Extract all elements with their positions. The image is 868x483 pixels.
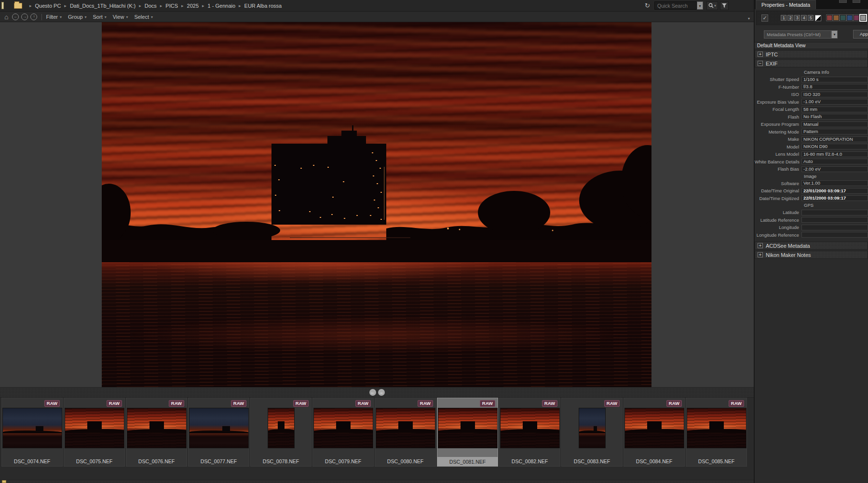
filmstrip-item[interactable]: RAWDSC_0077.NEF <box>188 398 249 467</box>
menu-filter[interactable]: Filter▾ <box>46 14 61 20</box>
breadcrumb-item[interactable]: 2025 <box>187 3 199 9</box>
exif-field-value[interactable]: Ver.1.00 <box>801 180 868 186</box>
breadcrumb-item[interactable]: Questo PC <box>35 3 61 9</box>
expand-icon[interactable]: + <box>758 252 763 257</box>
search-input[interactable] <box>654 1 697 10</box>
forward-icon[interactable]: → <box>21 13 28 20</box>
filmstrip-item[interactable]: RAWDSC_0075.NEF <box>64 398 125 467</box>
filmstrip-item[interactable]: RAWDSC_0074.NEF <box>1 398 63 467</box>
raw-badge: RAW <box>107 400 122 407</box>
exif-row: Latitude <box>755 209 868 216</box>
exif-field-value[interactable]: NIKON D90 <box>801 144 868 149</box>
exif-field-value[interactable]: 22/01/2000 03:09:17 <box>801 188 868 194</box>
pane-collapse-icon[interactable]: ▾ <box>748 16 750 21</box>
exif-field-value[interactable] <box>801 210 868 215</box>
tab-properties-metadata[interactable]: Properties - Metadata <box>756 0 816 9</box>
filmstrip-item[interactable]: RAWDSC_0080.NEF <box>375 398 436 467</box>
filmstrip-item[interactable]: RAWDSC_0081.NEF <box>437 398 498 467</box>
exif-field-label: Longitude <box>755 225 801 230</box>
back-icon[interactable]: ← <box>12 13 19 20</box>
breadcrumb-item[interactable]: Docs <box>145 3 157 9</box>
menu-group[interactable]: Group▾ <box>68 14 87 20</box>
exif-field-value[interactable] <box>801 225 868 230</box>
metadata-presets-select[interactable]: Metadata Presets (Ctrl+M) <box>764 30 831 39</box>
expand-icon[interactable]: + <box>758 52 763 57</box>
image-viewer: ▾ <box>0 22 754 387</box>
filmstrip-item[interactable]: RAWDSC_0079.NEF <box>312 398 374 467</box>
exif-field-label: Metering Mode <box>755 129 801 134</box>
color-label-swatch[interactable] <box>833 15 839 21</box>
next-image-button[interactable]: → <box>378 389 385 396</box>
filmstrip-item[interactable]: RAWDSC_0084.NEF <box>624 398 685 467</box>
menu-select[interactable]: Select▾ <box>134 14 153 20</box>
section-iptc-label: IPTC <box>766 52 778 57</box>
exif-field-value[interactable]: 1/100 s <box>801 77 868 82</box>
breadcrumb-item[interactable]: PICS <box>165 3 178 9</box>
breadcrumb-item[interactable]: Dati_Docs_1Tb_Hitachi (K:) <box>70 3 136 9</box>
filmstrip-item[interactable]: RAWDSC_0076.NEF <box>126 398 187 467</box>
home-icon[interactable]: ⌂ <box>4 13 8 20</box>
exif-field-value[interactable]: 22/01/2000 03:09:17 <box>801 195 868 201</box>
filmstrip-item[interactable]: RAWDSC_0085.NEF <box>686 398 747 467</box>
filter-button[interactable] <box>720 1 729 10</box>
exif-field-value[interactable]: Pattern <box>801 129 868 134</box>
exif-field-value[interactable]: NIKON CORPORATION <box>801 136 868 142</box>
section-exif[interactable]: − EXIF <box>755 59 868 67</box>
rating-button-5[interactable]: 5 <box>808 15 814 21</box>
exif-group-header: Image <box>755 173 868 180</box>
exif-field-value[interactable]: Manual <box>801 121 868 127</box>
window-control-icon[interactable] <box>853 0 860 3</box>
section-iptc[interactable]: + IPTC <box>755 50 868 58</box>
exif-field-label: Model <box>755 144 801 149</box>
metadata-checkbox[interactable]: ✓ <box>761 14 768 22</box>
main-photo[interactable] <box>102 22 651 387</box>
up-icon[interactable]: ↑ <box>30 13 37 20</box>
thumbnail-image <box>687 408 746 448</box>
filmstrip-item[interactable]: RAWDSC_0082.NEF <box>499 398 560 467</box>
menu-view[interactable]: View▾ <box>113 14 128 20</box>
exif-field-value[interactable]: -2.00 eV <box>801 166 868 172</box>
expand-icon[interactable]: + <box>758 243 763 248</box>
color-label-swatch[interactable] <box>840 15 846 21</box>
exif-field-value[interactable]: -1.00 eV <box>801 99 868 105</box>
exif-field-value[interactable]: Auto <box>801 159 868 164</box>
exif-row: FlashNo Flash <box>755 113 868 121</box>
exif-field-value[interactable]: 16-80 mm f/2.8-4.0 <box>801 151 868 157</box>
search-history-dropdown-button[interactable]: ▾ <box>697 1 703 10</box>
color-label-swatch[interactable] <box>847 15 853 21</box>
breadcrumb-item[interactable]: EUR Alba rossa <box>244 3 282 9</box>
filmstrip-item[interactable]: RAWDSC_0078.NEF <box>250 398 312 467</box>
docked-pane-sliver-icon[interactable] <box>1 2 4 9</box>
color-label-swatch[interactable] <box>854 15 859 21</box>
refresh-icon[interactable]: ↻ <box>645 2 650 9</box>
rating-button-2[interactable]: 2 <box>787 15 793 21</box>
filmstrip-item[interactable]: RAWDSC_0083.NEF <box>561 398 623 467</box>
search-button[interactable]: ▾ <box>706 1 718 10</box>
exif-field-value[interactable]: 58 mm <box>801 107 868 112</box>
exif-field-value[interactable]: f/3.8 <box>801 84 868 90</box>
color-label-swatch[interactable] <box>827 15 832 21</box>
window-control-icon[interactable] <box>839 0 847 3</box>
exif-field-value[interactable] <box>801 232 868 238</box>
bw-label-swatch[interactable] <box>815 15 821 21</box>
rating-button-3[interactable]: 3 <box>794 15 800 21</box>
exif-field-value[interactable]: No Flash <box>801 114 868 120</box>
breadcrumb-item[interactable]: 1 - Gennaio <box>208 3 235 9</box>
thumbnail-image <box>3 408 62 448</box>
apply-button[interactable]: Apply <box>853 30 868 39</box>
rating-button-1[interactable]: 1 <box>781 15 787 21</box>
collapse-icon[interactable]: − <box>758 61 763 66</box>
presets-dropdown-button[interactable]: ▾ <box>831 30 838 39</box>
menu-label: Sort <box>93 14 103 20</box>
exif-row: F-Numberf/3.8 <box>755 83 868 91</box>
exif-field-value[interactable]: ISO 320 <box>801 92 868 97</box>
raw-badge: RAW <box>729 400 744 407</box>
section-nikon-maker-notes[interactable]: + Nikon Maker Notes <box>755 251 868 259</box>
rating-button-4[interactable]: 4 <box>801 15 807 21</box>
color-label-swatch[interactable] <box>860 15 866 21</box>
exif-field-value[interactable] <box>801 217 868 223</box>
prev-image-button[interactable]: ← <box>369 389 376 396</box>
section-acdsee-metadata[interactable]: + ACDSee Metadata <box>755 242 868 250</box>
menu-sort[interactable]: Sort▾ <box>93 14 107 20</box>
menu-label: View <box>113 14 124 20</box>
